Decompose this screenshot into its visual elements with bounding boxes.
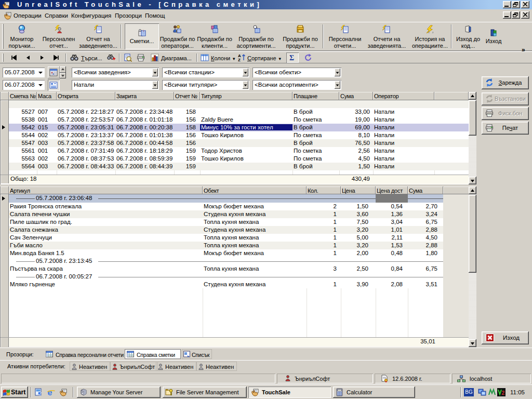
svg-text:e: e — [48, 388, 52, 396]
svg-text:Σ: Σ — [289, 54, 294, 62]
svg-text:2: 2 — [502, 390, 505, 396]
svg-text:Z: Z — [238, 58, 241, 62]
